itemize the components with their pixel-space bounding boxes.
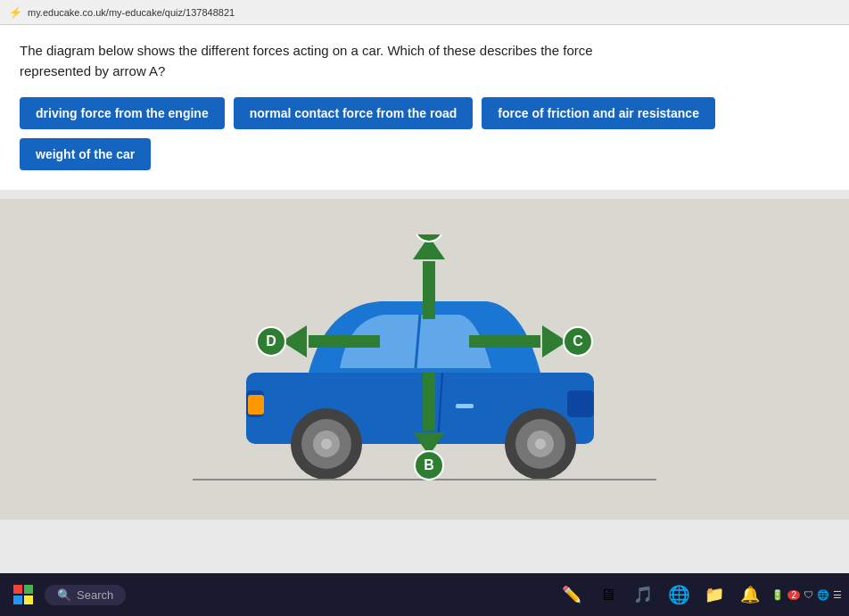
chrome-icon: 🌐 [817, 589, 829, 601]
svg-point-10 [535, 439, 546, 449]
search-label[interactable]: Search [77, 588, 113, 602]
svg-rect-24 [469, 335, 540, 348]
taskbar-pen-icon[interactable]: ✏️ [557, 580, 586, 609]
browser-icon: ⚡ [9, 6, 22, 19]
svg-rect-4 [248, 395, 264, 415]
svg-text:B: B [424, 457, 434, 472]
taskbar: 🔍 Search ✏️ 🖥 🎵 🌐 📁 🔔 🔋 2 🛡 🌐 ☰ [0, 573, 849, 616]
browser-bar: ⚡ my.educake.co.uk/my-educake/quiz/13784… [0, 0, 849, 25]
browser-url: my.educake.co.uk/my-educake/quiz/1378488… [28, 7, 235, 18]
svg-text:D: D [266, 333, 276, 349]
answer-btn-normal[interactable]: normal contact force from the road [234, 97, 474, 129]
diagram-area: A B C [0, 199, 849, 520]
answer-row-2: weight of the car [20, 138, 829, 170]
notification-badge: 2 [787, 590, 800, 600]
answer-btn-friction[interactable]: force of friction and air resistance [482, 97, 715, 129]
sys-tray: 🔋 2 🛡 🌐 ☰ [771, 589, 842, 601]
taskbar-icons: ✏️ 🖥 🎵 🌐 📁 🔔 🔋 2 🛡 🌐 ☰ [557, 580, 842, 609]
shield-icon: 🛡 [804, 589, 813, 600]
taskbar-edge-icon[interactable]: 🌐 [664, 580, 693, 609]
car-diagram-svg: A B C [193, 234, 656, 484]
taskbar-files-icon[interactable]: 📁 [700, 580, 729, 609]
taskbar-monitor-icon[interactable]: 🖥 [593, 580, 622, 609]
svg-rect-2 [567, 390, 594, 417]
answer-btn-weight[interactable]: weight of the car [20, 138, 151, 170]
taskbar-mic-icon[interactable]: 🔔 [736, 580, 764, 609]
svg-point-18 [415, 234, 443, 242]
svg-point-14 [321, 439, 332, 449]
svg-text:C: C [573, 333, 583, 349]
menu-icon: ☰ [833, 589, 842, 601]
answer-btn-driving[interactable]: driving force from the engine [20, 97, 225, 129]
svg-rect-20 [423, 373, 435, 431]
windows-start-button[interactable] [7, 579, 39, 611]
svg-rect-28 [309, 335, 380, 348]
windows-logo-icon [13, 585, 33, 604]
answer-row-1: driving force from the engine normal con… [20, 97, 829, 129]
main-content: The diagram below shows the different fo… [0, 25, 849, 190]
svg-rect-16 [423, 261, 435, 319]
question-text: The diagram below shows the different fo… [20, 41, 644, 81]
car-container: A B C [193, 234, 656, 484]
taskbar-search[interactable]: 🔍 Search [45, 585, 126, 605]
taskbar-music-icon[interactable]: 🎵 [629, 580, 657, 609]
battery-icon: 🔋 [771, 589, 784, 601]
search-icon: 🔍 [57, 588, 71, 602]
svg-rect-6 [456, 404, 474, 408]
